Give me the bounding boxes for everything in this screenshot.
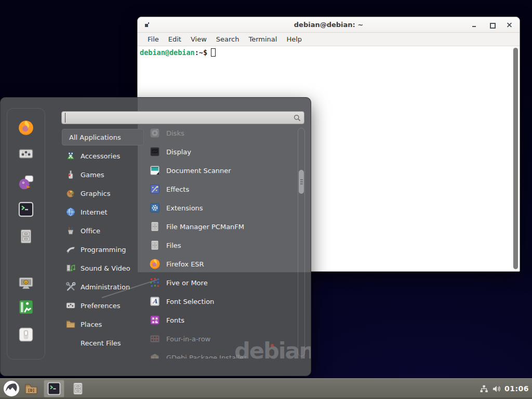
app-label: Display <box>166 148 191 156</box>
terminal-icon <box>47 381 61 396</box>
preferences-icon <box>65 300 76 311</box>
app-label: Four-in-a-row <box>166 335 210 343</box>
app-document-scanner[interactable]: Document Scanner <box>149 161 295 180</box>
search-input[interactable] <box>65 113 288 123</box>
font-selection-icon: A <box>149 296 161 307</box>
category-all-applications[interactable]: All Applications <box>62 129 144 145</box>
category-programming[interactable]: Programming <box>62 240 144 259</box>
category-administration[interactable]: Administration <box>62 277 144 296</box>
administration-icon <box>65 282 76 292</box>
app-fonts[interactable]: aaa&Fonts <box>149 311 295 329</box>
taskbar-terminal-active-window[interactable] <box>44 380 64 397</box>
favorite-terminal[interactable] <box>18 201 34 218</box>
app-label: Font Selection <box>166 298 214 305</box>
extensions-icon <box>149 202 161 214</box>
minimize-button[interactable] <box>472 22 477 28</box>
terminal-scrollbar-thumb[interactable] <box>513 48 518 269</box>
terminal-menu-search[interactable]: Search <box>211 35 244 43</box>
firefox-icon <box>18 119 34 136</box>
gdebi-icon <box>149 352 161 358</box>
category-recent-files[interactable]: Recent Files <box>62 334 144 352</box>
app-effects[interactable]: Effects <box>149 180 295 198</box>
menu-categories: All ApplicationsAccessoriesGamesGraphics… <box>62 128 144 352</box>
maximize-button[interactable] <box>489 22 495 28</box>
category-accessories[interactable]: Accessories <box>62 147 144 165</box>
clock[interactable]: 01:06 <box>504 384 529 393</box>
category-label: Recent Files <box>81 339 121 347</box>
category-label: Programming <box>81 246 126 254</box>
places-icon <box>65 319 76 329</box>
menu-button[interactable] <box>3 380 20 397</box>
category-label: Games <box>81 171 104 179</box>
file-cabinet-icon <box>149 221 161 232</box>
terminal-menubar: FileEditViewSearchTerminalHelp <box>138 33 520 46</box>
favorite-logout[interactable] <box>18 299 34 315</box>
app-gdebi-package-installer[interactable]: GDebi Package Installer <box>149 348 295 358</box>
category-label: Accessories <box>81 152 120 160</box>
category-label: Sound & Video <box>81 264 130 272</box>
app-four-in-a-row[interactable]: Four-in-a-row <box>149 329 295 348</box>
prompt-user: debian@debian <box>140 48 195 57</box>
terminal-menu-terminal[interactable]: Terminal <box>244 35 282 43</box>
accessories-icon <box>65 151 76 161</box>
svg-text:[D]: [D] <box>28 388 35 393</box>
category-preferences[interactable]: Preferences <box>62 296 144 315</box>
terminal-menu-help[interactable]: Help <box>282 35 307 43</box>
display-icon <box>149 146 161 157</box>
terminal-menu-edit[interactable]: Edit <box>164 35 186 43</box>
taskbar-file-cabinet-launcher[interactable] <box>71 381 85 396</box>
internet-icon <box>65 207 76 217</box>
file-cabinet-icon <box>71 381 85 396</box>
app-label: Firefox ESR <box>166 260 204 268</box>
file-cabinet-icon <box>18 228 34 245</box>
terminal-menu-file[interactable]: File <box>143 35 164 43</box>
app-label: Five or More <box>166 279 208 287</box>
lock-screen-icon <box>18 275 34 292</box>
category-internet[interactable]: Internet <box>62 203 144 221</box>
favorite-file-cabinet[interactable] <box>18 228 34 245</box>
terminal-cursor <box>211 48 216 57</box>
document-scanner-icon <box>149 165 161 176</box>
app-label: Document Scanner <box>166 167 231 175</box>
category-games[interactable]: Games <box>62 165 144 184</box>
app-extensions[interactable]: Extensions <box>149 198 295 217</box>
volume-icon[interactable] <box>492 384 501 393</box>
menu-scrollbar[interactable] <box>298 128 305 356</box>
app-font-selection[interactable]: AFont Selection <box>149 292 295 311</box>
favorite-shutdown[interactable] <box>18 326 34 343</box>
category-sound-video[interactable]: Sound & Video <box>62 259 144 277</box>
app-firefox-esr[interactable]: Firefox ESR <box>149 255 295 273</box>
taskbar-pcmanfm-launcher[interactable]: [D] <box>24 381 38 396</box>
svg-text:A: A <box>152 298 157 305</box>
logout-icon <box>18 299 34 315</box>
category-label: Internet <box>81 208 108 216</box>
category-label: Preferences <box>81 302 120 310</box>
terminal-prompt: debian@debian:~$ <box>140 48 216 57</box>
app-disks[interactable]: Disks <box>149 124 295 142</box>
terminal-menu-view[interactable]: View <box>186 35 211 43</box>
app-label: Fonts <box>166 316 184 324</box>
category-places[interactable]: Places <box>62 315 144 334</box>
app-files[interactable]: Files <box>149 236 295 255</box>
terminal-titlebar[interactable]: debian@debian: ~ <box>138 17 520 33</box>
favorite-firefox[interactable] <box>18 119 34 136</box>
shutdown-icon <box>18 326 34 343</box>
category-graphics[interactable]: Graphics <box>62 184 144 203</box>
application-menu: debian All ApplicationsAccessoriesGamesG… <box>0 97 311 376</box>
terminal-scrollbar[interactable] <box>513 47 518 270</box>
taskbar: [D] 01:06 <box>0 378 532 399</box>
category-office[interactable]: Office <box>62 221 144 240</box>
prompt-suffix: :~$ <box>195 48 207 57</box>
close-button[interactable] <box>507 22 512 28</box>
effects-icon <box>149 183 161 195</box>
app-label: File Manager PCManFM <box>166 223 244 231</box>
favorite-pidgin[interactable] <box>18 174 34 191</box>
app-file-manager-pcmanfm[interactable]: File Manager PCManFM <box>149 217 295 236</box>
app-display[interactable]: Display <box>149 142 295 161</box>
favorite-lock-screen[interactable] <box>18 275 34 292</box>
network-icon[interactable] <box>480 384 488 393</box>
favorite-settings-panel[interactable] <box>18 145 34 162</box>
app-five-or-more[interactable]: Five or More <box>149 273 295 292</box>
menu-scrollbar-thumb[interactable] <box>299 170 304 194</box>
settings-panel-icon <box>18 145 34 162</box>
